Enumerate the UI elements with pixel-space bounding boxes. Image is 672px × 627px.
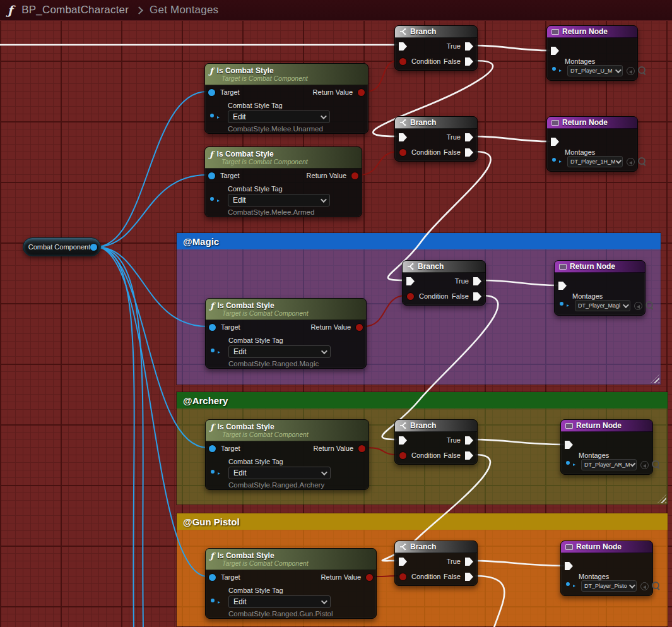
node-header[interactable]: Return Node	[555, 261, 645, 273]
false-output-pin[interactable]	[465, 451, 473, 460]
target-pin[interactable]	[208, 89, 215, 96]
condition-pin[interactable]	[399, 452, 406, 459]
montages-asset-dropdown[interactable]: DT_Player_1H_M	[567, 156, 623, 167]
use-selected-asset-icon[interactable]	[640, 461, 649, 469]
exec-input-pin[interactable]	[406, 277, 415, 285]
comment-header[interactable]: @Gun Pistol	[177, 513, 668, 530]
combat-style-tag-pin[interactable]	[210, 114, 214, 117]
target-pin[interactable]	[209, 324, 216, 331]
exec-input-pin[interactable]	[558, 282, 567, 290]
montages-asset-dropdown[interactable]: DT_Player_U_M	[567, 65, 623, 76]
browse-asset-icon[interactable]	[652, 460, 660, 469]
node-header[interactable]: Return Node	[547, 117, 637, 129]
browse-asset-icon[interactable]	[645, 301, 654, 309]
return-node-magic[interactable]: Return Node Montages DT_Player_Magi	[554, 260, 645, 316]
is-combat-style-node-armed[interactable]: ƒ Is Combat Style Target is Combat Compo…	[204, 146, 362, 217]
montages-asset-dropdown[interactable]: DT_Player_Magi	[575, 300, 630, 311]
montages-pin[interactable]	[566, 461, 570, 465]
use-selected-asset-icon[interactable]	[634, 302, 642, 310]
montages-asset-dropdown[interactable]: DT_Player_Pisto	[581, 580, 637, 592]
node-header[interactable]: ƒ Is Combat Style Target is Combat Compo…	[205, 64, 368, 85]
exec-input-pin[interactable]	[399, 558, 407, 566]
true-output-pin[interactable]	[465, 436, 473, 445]
return-node-armed[interactable]: Return Node Montages DT_Player_1H_M	[546, 116, 638, 172]
montages-pin[interactable]	[560, 302, 563, 306]
browse-asset-icon[interactable]	[652, 582, 660, 590]
false-output-pin[interactable]	[465, 57, 473, 66]
node-header[interactable]: ƒ Is Combat Style Target is Combat Compo…	[206, 299, 366, 320]
combat-style-tag-dropdown[interactable]: Edit	[228, 595, 331, 608]
combat-style-tag-pin[interactable]	[211, 599, 215, 602]
exec-input-pin[interactable]	[565, 441, 573, 449]
is-combat-style-node-gun-pistol[interactable]: ƒ Is Combat Style Target is Combat Compo…	[205, 548, 377, 619]
target-pin[interactable]	[209, 445, 216, 452]
return-value-pin[interactable]	[351, 172, 358, 179]
branch-node-3[interactable]: Branch True Condition False	[402, 260, 486, 306]
node-header[interactable]: Branch	[395, 420, 477, 432]
combat-style-tag-dropdown[interactable]: Edit	[228, 110, 330, 123]
true-output-pin[interactable]	[465, 558, 473, 566]
target-pin[interactable]	[209, 574, 216, 581]
true-output-pin[interactable]	[465, 133, 473, 141]
return-node-gun-pistol[interactable]: Return Node Montages DT_Player_Pisto	[560, 540, 653, 596]
is-combat-style-node-unarmed[interactable]: ƒ Is Combat Style Target is Combat Compo…	[204, 63, 368, 134]
montages-pin[interactable]	[566, 582, 570, 586]
branch-node-5[interactable]: Branch True Condition False	[394, 540, 478, 586]
node-header[interactable]: Return Node	[561, 541, 652, 553]
combat-style-tag-pin[interactable]	[211, 349, 215, 352]
comment-header[interactable]: @Magic	[177, 233, 661, 249]
variable-output-pin[interactable]	[90, 244, 97, 251]
is-combat-style-node-archery[interactable]: ƒ Is Combat Style Target is Combat Compo…	[205, 419, 369, 490]
branch-node-1[interactable]: Branch True Condition False	[394, 25, 478, 71]
node-header[interactable]: ƒ Is Combat Style Target is Combat Compo…	[206, 549, 376, 570]
true-output-pin[interactable]	[473, 277, 481, 285]
combat-style-tag-pin[interactable]	[211, 470, 215, 474]
condition-pin[interactable]	[399, 573, 406, 580]
return-node-unarmed[interactable]: Return Node Montages DT_Player_U_M	[546, 25, 638, 81]
false-output-pin[interactable]	[473, 292, 481, 301]
browse-asset-icon[interactable]	[638, 66, 646, 75]
montages-pin[interactable]	[552, 158, 556, 162]
use-selected-asset-icon[interactable]	[627, 67, 635, 75]
breadcrumb-function[interactable]: Get Montages	[150, 4, 218, 16]
montages-asset-dropdown[interactable]: DT_Player_AR_M	[581, 459, 637, 470]
false-output-pin[interactable]	[465, 573, 473, 581]
exec-input-pin[interactable]	[551, 47, 559, 55]
true-output-pin[interactable]	[465, 42, 473, 51]
browse-asset-icon[interactable]	[638, 157, 646, 165]
node-header[interactable]: ƒ Is Combat Style Target is Combat Compo…	[205, 147, 362, 169]
comment-header[interactable]: @Archery	[177, 392, 668, 409]
branch-node-4[interactable]: Branch True Condition False	[394, 419, 478, 465]
use-selected-asset-icon[interactable]	[627, 158, 635, 166]
graph-canvas[interactable]: @Magic @Archery @Gun Pistol	[0, 0, 672, 627]
target-pin[interactable]	[208, 172, 215, 179]
combat-style-tag-dropdown[interactable]: Edit	[228, 194, 330, 206]
combat-component-variable-node[interactable]: Combat Component	[23, 237, 101, 256]
node-header[interactable]: Return Node	[561, 420, 652, 432]
node-header[interactable]: Branch	[403, 261, 485, 273]
exec-input-pin[interactable]	[399, 436, 407, 445]
is-combat-style-node-magic[interactable]: ƒ Is Combat Style Target is Combat Compo…	[205, 298, 367, 369]
return-node-archery[interactable]: Return Node Montages DT_Player_AR_M	[560, 419, 653, 475]
combat-style-tag-dropdown[interactable]: Edit	[228, 345, 331, 358]
exec-input-pin[interactable]	[399, 42, 407, 51]
condition-pin[interactable]	[399, 58, 406, 65]
branch-node-2[interactable]: Branch True Condition False	[394, 116, 478, 162]
false-output-pin[interactable]	[465, 148, 473, 157]
node-header[interactable]: Branch	[395, 541, 477, 553]
node-header[interactable]: Branch	[395, 117, 477, 129]
return-value-pin[interactable]	[358, 89, 365, 96]
return-value-pin[interactable]	[358, 445, 365, 452]
use-selected-asset-icon[interactable]	[640, 582, 649, 590]
return-value-pin[interactable]	[366, 574, 373, 581]
exec-input-pin[interactable]	[399, 133, 407, 141]
combat-style-tag-dropdown[interactable]: Edit	[228, 467, 331, 479]
node-header[interactable]: ƒ Is Combat Style Target is Combat Compo…	[206, 420, 368, 441]
breadcrumb-blueprint[interactable]: BP_CombatCharacter	[21, 4, 129, 16]
condition-pin[interactable]	[399, 149, 406, 156]
condition-pin[interactable]	[407, 293, 414, 300]
exec-input-pin[interactable]	[565, 562, 573, 570]
node-header[interactable]: Return Node	[547, 26, 637, 38]
exec-input-pin[interactable]	[551, 138, 559, 146]
node-header[interactable]: Branch	[395, 26, 477, 38]
